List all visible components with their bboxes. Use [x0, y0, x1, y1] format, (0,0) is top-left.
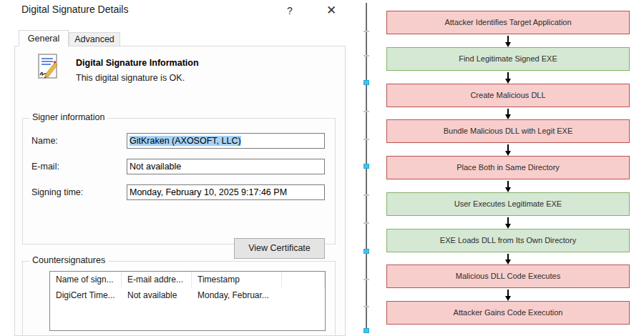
- flow-step-7[interactable]: EXE Loads DLL from Its Own Directory: [386, 229, 630, 252]
- divider-joint-mark: [364, 222, 369, 224]
- flow-arrow-down: [507, 254, 509, 260]
- view-certificate-button[interactable]: View Certificate: [234, 238, 325, 259]
- countersignatures-table[interactable]: Name of sign... E-mail addre... Timestam…: [49, 271, 326, 331]
- row-name-cell: DigiCert Time...: [50, 287, 122, 303]
- name-field[interactable]: GitKraken (AXOSOFT, LLC): [127, 133, 325, 149]
- flow-step-6[interactable]: User Executes Legitimate EXE: [386, 192, 630, 216]
- email-label: E-mail:: [31, 162, 59, 172]
- divider-joint-mark: [364, 306, 369, 307]
- digital-signature-details-dialog: Digital Signature Details ? ✕ General Ad…: [0, 0, 356, 336]
- general-tab-page: Digital Signature Information This digit…: [14, 46, 346, 336]
- divider-joint-mark: [364, 111, 369, 112]
- flow-step-5[interactable]: Place Both in Same Directory: [386, 156, 630, 179]
- flow-arrow-down: [507, 144, 509, 152]
- countersignatures-header: Name of sign... E-mail addre... Timestam…: [50, 272, 325, 287]
- flow-arrow-down: [507, 109, 509, 115]
- col-header-name[interactable]: Name of sign...: [50, 272, 122, 287]
- col-header-timestamp[interactable]: Timestamp: [192, 272, 282, 287]
- flow-step-1[interactable]: Attacker Identifies Target Application: [386, 11, 630, 34]
- name-label: Name:: [31, 136, 58, 146]
- divider-joint-mark: [364, 139, 369, 140]
- flow-arrow-down: [507, 72, 509, 79]
- dialog-title: Digital Signature Details: [21, 4, 128, 15]
- close-button[interactable]: ✕: [322, 1, 341, 20]
- screenshot-canvas: Digital Signature Details ? ✕ General Ad…: [0, 0, 644, 336]
- digital-signature-icon: [35, 53, 62, 80]
- selection-handle[interactable]: [364, 164, 369, 169]
- table-row[interactable]: DigiCert Time... Not available Monday, F…: [50, 287, 325, 303]
- signing-time-label: Signing time:: [31, 187, 83, 197]
- flow-step-9[interactable]: Attacker Gains Code Execution: [386, 301, 630, 325]
- flow-arrow-down: [507, 181, 509, 188]
- flow-step-4[interactable]: Bundle Malicious DLL with Legit EXE: [386, 119, 630, 143]
- flow-step-3[interactable]: Create Malicious DLL: [386, 84, 630, 107]
- tab-general[interactable]: General: [19, 30, 69, 46]
- help-button[interactable]: ?: [282, 3, 298, 19]
- signing-time-field[interactable]: Monday, February 10, 2025 9:17:46 PM: [127, 184, 325, 200]
- col-header-email[interactable]: E-mail addre...: [122, 272, 192, 287]
- signature-info-heading: Digital Signature Information: [76, 58, 199, 68]
- col-header-empty: [282, 272, 325, 287]
- selection-handle[interactable]: [364, 328, 369, 333]
- selection-handle[interactable]: [364, 249, 369, 254]
- selection-handle[interactable]: [364, 80, 369, 85]
- flow-arrow-down: [507, 290, 509, 297]
- divider-joint-mark: [364, 279, 369, 280]
- flow-step-8[interactable]: Malicious DLL Code Executes: [386, 265, 630, 288]
- row-timestamp-cell: Monday, Februar...: [192, 287, 282, 303]
- countersignatures-legend: Countersignatures: [29, 255, 108, 265]
- dialog-titlebar: Digital Signature Details ? ✕: [0, 0, 356, 21]
- tab-advanced[interactable]: Advanced: [69, 32, 120, 46]
- signer-information-legend: Signer information: [29, 112, 107, 122]
- signature-status-text: This digital signature is OK.: [76, 73, 185, 83]
- flow-step-2[interactable]: Find Legitimate Signed EXE: [386, 47, 630, 71]
- email-field[interactable]: Not available: [127, 159, 325, 174]
- divider-joint-mark: [364, 31, 369, 32]
- flow-arrow-down: [507, 36, 509, 43]
- divider-joint-mark: [364, 55, 369, 56]
- divider-joint-mark: [364, 194, 369, 196]
- flow-arrow-down: [507, 217, 509, 224]
- row-email-cell: Not available: [122, 287, 192, 303]
- signer-information-group: Signer information Name: GitKraken (AXOS…: [22, 118, 336, 244]
- name-value-selected: GitKraken (AXOSOFT, LLC): [130, 136, 241, 146]
- countersignatures-group: Countersignatures Name of sign... E-mail…: [22, 261, 336, 336]
